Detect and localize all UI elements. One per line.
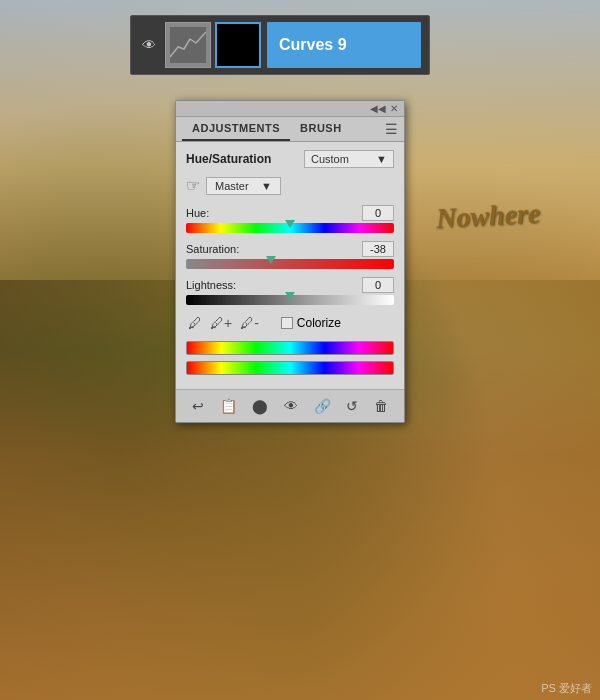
toolbar-link-btn[interactable]: 🔗: [310, 396, 335, 416]
channel-label: Master: [215, 180, 249, 192]
eyedropper-sub-btn[interactable]: 🖊-: [238, 313, 261, 333]
toolbar-add-adj-btn[interactable]: 📋: [216, 396, 241, 416]
hue-track[interactable]: [186, 223, 394, 233]
toolbar-back-btn[interactable]: ↩: [188, 396, 208, 416]
hue-slider-row: Hue: 0: [186, 205, 394, 233]
lightness-slider-row: Lightness: 0: [186, 277, 394, 305]
toolbar-visibility-btn[interactable]: 👁: [280, 396, 302, 416]
bottom-toolbar: ↩ 📋 ⬤ 👁 🔗 ↺ 🗑: [176, 389, 404, 422]
lightness-label: Lightness:: [186, 279, 236, 291]
hue-label-row: Hue: 0: [186, 205, 394, 221]
nowhere-sign: Nowhere: [435, 197, 541, 234]
colorize-row: 🖊 🖊+ 🖊- Colorize: [186, 313, 394, 333]
saturation-label: Saturation:: [186, 243, 239, 255]
colorize-label: Colorize: [297, 316, 341, 330]
toolbar-delete-btn[interactable]: 🗑: [370, 396, 392, 416]
saturation-value[interactable]: -38: [362, 241, 394, 257]
panel-titlebar: ◀◀ ✕: [176, 101, 404, 117]
watermark: PS 爱好者: [541, 681, 592, 696]
eyedropper-tools: 🖊 🖊+ 🖊-: [186, 313, 261, 333]
spectrum-bar: [186, 341, 394, 355]
eyedropper-add-btn[interactable]: 🖊+: [208, 313, 234, 333]
adjustments-panel: ◀◀ ✕ ADJUSTMENTS BRUSH ☰ Hue/Saturation …: [175, 100, 405, 423]
saturation-track-gradient: [186, 259, 394, 269]
channel-row: ☞ Master ▼: [186, 176, 394, 195]
panel-close-icon[interactable]: ✕: [390, 103, 398, 114]
tab-brush[interactable]: BRUSH: [290, 117, 352, 141]
saturation-thumb[interactable]: [266, 256, 276, 264]
channel-dropdown-arrow: ▼: [261, 180, 272, 192]
saturation-label-row: Saturation: -38: [186, 241, 394, 257]
hue-label: Hue:: [186, 207, 209, 219]
layer-name-label[interactable]: Curves 9: [267, 22, 421, 68]
panel-title: Hue/Saturation: [186, 152, 271, 166]
hue-thumb[interactable]: [285, 220, 295, 228]
lightness-track[interactable]: [186, 295, 394, 305]
colorize-checkbox[interactable]: [281, 317, 293, 329]
preset-dropdown[interactable]: Custom ▼: [304, 150, 394, 168]
channel-dropdown[interactable]: Master ▼: [206, 177, 281, 195]
channel-icon: ☞: [186, 176, 200, 195]
lightness-value[interactable]: 0: [362, 277, 394, 293]
layer-visibility-icon[interactable]: 👁: [139, 37, 159, 53]
preset-dropdown-arrow: ▼: [376, 153, 387, 165]
spectrum-output-bar: [186, 361, 394, 375]
tab-adjustments[interactable]: ADJUSTMENTS: [182, 117, 290, 141]
layer-thumb-content: [165, 22, 211, 68]
lightness-label-row: Lightness: 0: [186, 277, 394, 293]
panel-menu-icon[interactable]: ☰: [385, 121, 398, 137]
saturation-track[interactable]: [186, 259, 394, 269]
panel-body: Hue/Saturation Custom ▼ ☞ Master ▼ Hue: …: [176, 142, 404, 389]
toolbar-reset-btn[interactable]: ↺: [342, 396, 362, 416]
eyedropper-btn[interactable]: 🖊: [186, 313, 204, 333]
panel-tabs: ADJUSTMENTS BRUSH ☰: [176, 117, 404, 142]
panel-arrow-icon[interactable]: ◀◀: [370, 103, 386, 114]
layer-thumbnail-wrapper: [165, 22, 261, 68]
layer-thumb-mask: [215, 22, 261, 68]
preset-label: Custom: [311, 153, 349, 165]
hue-sat-header: Hue/Saturation Custom ▼: [186, 150, 394, 168]
hue-value[interactable]: 0: [362, 205, 394, 221]
colorize-checkbox-row[interactable]: Colorize: [281, 316, 341, 330]
toolbar-layer-btn[interactable]: ⬤: [248, 396, 272, 416]
layers-bar: 👁 Curves 9: [130, 15, 430, 75]
saturation-slider-row: Saturation: -38: [186, 241, 394, 269]
svg-rect-0: [170, 27, 206, 63]
lightness-thumb[interactable]: [285, 292, 295, 300]
